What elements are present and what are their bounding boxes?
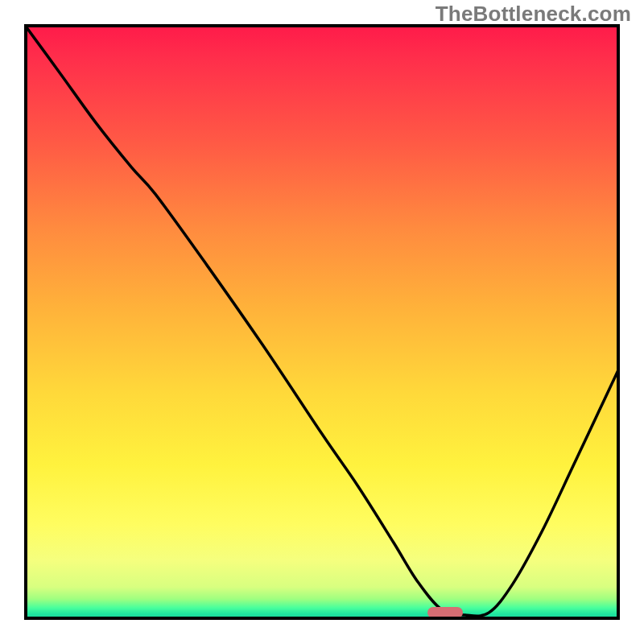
curve-svg [24, 24, 620, 620]
highlight-marker [427, 607, 463, 618]
curve-line [24, 24, 620, 616]
watermark-text: TheBottleneck.com [436, 2, 631, 27]
chart-frame: TheBottleneck.com [0, 0, 644, 644]
